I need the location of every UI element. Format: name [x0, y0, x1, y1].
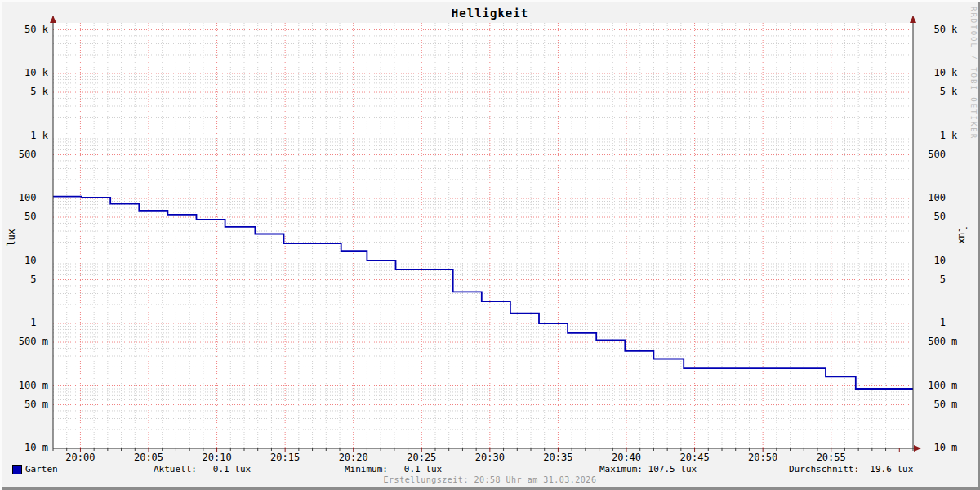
y-axis-tick-label-right: 100: [922, 193, 957, 203]
series-label: Garten: [25, 464, 58, 474]
x-axis-tick-label: 20:30: [466, 452, 514, 463]
rrdtool-graph: Helligkeit lux lux RRDTOOL / TOBI OETIKE…: [0, 0, 980, 490]
legend-stat-durchschnitt: Durchschnitt: 19.6 lux: [789, 464, 913, 474]
y-axis-tick-label-left: 1: [11, 318, 48, 328]
x-axis-tick-label: 20:50: [738, 452, 787, 463]
x-axis-tick-label: 20:40: [602, 452, 651, 463]
y-axis-unit-left: lux: [6, 221, 17, 254]
y-axis-unit-right: lux: [956, 219, 968, 252]
plot-area: [53, 23, 913, 448]
y-axis-tick-label-left: 1 k: [11, 131, 48, 141]
y-axis-tick-label-right: 50 m: [922, 399, 957, 410]
rrdtool-watermark: RRDTOOL / TOBI OETIKER: [969, 7, 978, 140]
x-axis-tick-label: 20:05: [124, 452, 173, 463]
y-axis-tick-label-right: 10: [922, 256, 957, 266]
x-axis-arrow: [914, 445, 921, 452]
y-axis-tick-label-right: 1 k: [922, 131, 957, 141]
y-axis-tick-label-right: 10 k: [922, 68, 957, 78]
y-axis-tick-label-right: 5: [922, 274, 957, 285]
y-axis-tick-label-right: 100 m: [922, 381, 957, 391]
creation-time-footer: Erstellungszeit: 20:58 Uhr am 31.03.2026: [0, 475, 980, 484]
y-axis-tick-label-left: 50 k: [11, 24, 48, 35]
y-axis-tick-label-right: 5 k: [922, 87, 957, 97]
y-axis-tick-label-left: 10 m: [11, 443, 48, 453]
y-axis-tick-label-right: 10 m: [922, 443, 957, 453]
y-axis-tick-label-left: 50 m: [11, 399, 48, 410]
x-axis-tick-label: 20:00: [56, 452, 105, 463]
y-axis-tick-label-left: 5 k: [11, 87, 48, 97]
y-axis-tick-label-right: 500: [922, 149, 957, 160]
legend-stat-maximum: Maximum: 107.5 lux: [599, 464, 697, 474]
y-axis-tick-label-left: 100 m: [11, 381, 48, 391]
y-axis-tick-label-left: 5: [11, 274, 48, 285]
x-axis-tick-label: 20:10: [193, 452, 242, 463]
x-axis-tick-label: 20:25: [397, 452, 446, 463]
y-axis-tick-label-left: 500: [11, 149, 48, 160]
y-axis-tick-label-right: 50 k: [922, 24, 957, 35]
y-axis-tick-label-left: 50: [11, 212, 48, 222]
x-axis-tick-label: 20:35: [533, 452, 582, 463]
x-axis-tick-label: 20:55: [807, 452, 856, 463]
y-axis-tick-label-left: 100: [11, 193, 48, 203]
y-axis-tick-label-right: 50: [922, 212, 957, 222]
legend-stat-minimum: Minimum: 0.1 lux: [345, 464, 442, 474]
y-axis-tick-label-left: 500 m: [11, 336, 48, 347]
y-axis-tick-label-left: 10 k: [11, 68, 48, 78]
x-axis-tick-label: 20:20: [329, 452, 378, 463]
series-color-swatch: [12, 465, 22, 474]
x-axis-tick-label: 20:15: [261, 452, 310, 463]
chart-canvas: [0, 0, 980, 490]
chart-title: Helligkeit: [0, 7, 980, 20]
y-axis-tick-label-left: 10: [11, 256, 48, 266]
x-axis-tick-label: 20:45: [670, 452, 719, 463]
legend-stat-aktuell: Aktuell: 0.1 lux: [154, 464, 251, 474]
y-axis-tick-label-right: 1: [922, 318, 957, 328]
y-axis-tick-label-right: 500 m: [922, 336, 957, 347]
